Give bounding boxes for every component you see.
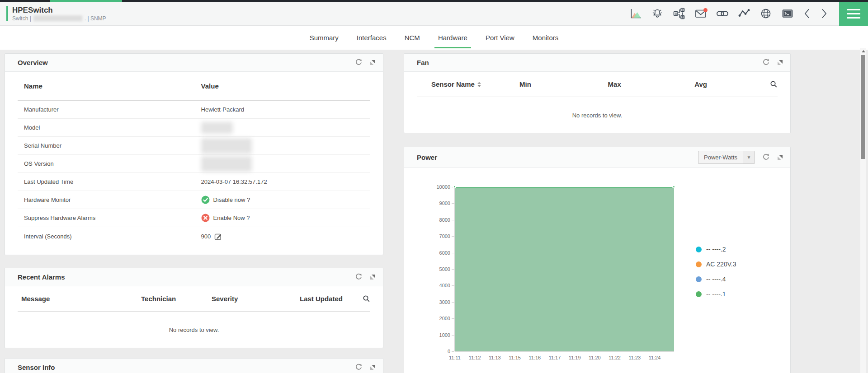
tab-ncm[interactable]: NCM (402, 26, 423, 50)
table-row: Model (18, 119, 370, 137)
column-avg: Avg (679, 80, 741, 88)
device-type-label: Switch | (12, 15, 31, 22)
fan-search-button[interactable] (755, 80, 778, 88)
table-row: Serial Number (18, 137, 370, 155)
scrollbar-up-arrow[interactable] (862, 50, 865, 52)
trend-pulse-icon (738, 8, 750, 19)
sensor-info-refresh-button[interactable] (355, 364, 363, 371)
web-globe-button[interactable] (760, 8, 772, 19)
table-row: Interval (Seconds) 900 (18, 227, 370, 245)
fan-refresh-button[interactable] (762, 59, 770, 66)
tab-monitors[interactable]: Monitors (530, 26, 561, 50)
y-tick (452, 351, 454, 352)
overview-refresh-button[interactable] (355, 59, 363, 66)
status-enabled-icon (201, 196, 210, 204)
device-title-wrap: HPESwitch Switch | . | SNMP (0, 2, 106, 25)
sort-toggle[interactable] (477, 82, 481, 87)
data-point (672, 185, 675, 188)
mail-icon (695, 8, 707, 19)
hardware-monitor-toggle-link[interactable]: Disable now ? (213, 196, 250, 203)
performance-chart-button[interactable] (630, 8, 642, 19)
sync-link-button[interactable] (717, 8, 728, 19)
tab-interfaces[interactable]: Interfaces (354, 26, 389, 50)
x-axis-label: 11:23 (625, 355, 645, 360)
previous-device-button[interactable] (801, 8, 813, 19)
power-metric-dropdown[interactable]: Power-Watts ▼ (698, 151, 755, 164)
legend-item[interactable]: -- ----.4 (696, 275, 736, 283)
recent-alarms-refresh-button[interactable] (355, 273, 363, 281)
recent-alarms-search-button[interactable] (363, 295, 370, 303)
suppress-alarms-toggle-link[interactable]: Enable Now ? (213, 214, 250, 221)
alarms-button[interactable] (651, 8, 663, 19)
table-row: Last Updated Time 2024-03-07 16:32:57.17… (18, 173, 370, 191)
power-refresh-button[interactable] (762, 154, 770, 161)
fan-title: Fan (417, 59, 429, 66)
title-accent-bar (6, 6, 8, 21)
overview-column-header: Name Value (18, 72, 370, 101)
data-point (453, 185, 456, 188)
x-axis-label: 11:17 (545, 355, 565, 360)
y-tick (452, 285, 454, 286)
y-axis-label: 4000 (427, 283, 450, 288)
y-axis-label: 0 (427, 349, 450, 354)
recent-alarms-panel: Recent Alarms (5, 268, 383, 348)
recent-alarms-title: Recent Alarms (18, 273, 65, 281)
workflow-button[interactable] (673, 8, 685, 19)
sensor-info-expand-button[interactable] (370, 364, 376, 370)
x-axis-label: 11:16 (525, 355, 545, 360)
expand-icon (777, 60, 783, 65)
device-tabbar: Summary Interfaces NCM Hardware Port Vie… (0, 26, 868, 50)
power-panel: Power Power-Watts ▼ (404, 147, 791, 373)
y-tick (452, 302, 454, 303)
x-axis-label: 11:13 (485, 355, 505, 360)
refresh-icon (762, 59, 770, 66)
x-axis-label: 11:24 (645, 355, 665, 360)
next-device-button[interactable] (818, 8, 830, 19)
recent-alarms-expand-button[interactable] (370, 274, 376, 280)
device-protocol-label: . | SNMP (85, 15, 106, 22)
y-axis-label: 9000 (427, 200, 450, 206)
tab-port-view[interactable]: Port View (483, 26, 517, 50)
power-expand-button[interactable] (777, 154, 783, 160)
x-axis-label: 11:20 (585, 355, 604, 360)
tab-hardware[interactable]: Hardware (435, 26, 470, 50)
legend-item[interactable]: AC 220V.3 (696, 261, 736, 268)
legend-dot-icon (696, 276, 702, 282)
overview-panel: Overview (5, 53, 383, 255)
edit-interval-button[interactable] (214, 233, 222, 240)
device-header: HPESwitch Switch | . | SNMP (0, 2, 868, 26)
x-axis-label: 11:11 (445, 355, 465, 360)
tab-summary[interactable]: Summary (307, 26, 341, 50)
series-area (455, 187, 674, 351)
column-severity: Severity (212, 295, 300, 303)
content-area: Overview (0, 50, 868, 373)
last-updated-value: 2024-03-07 16:32:57.172 (201, 178, 267, 185)
legend-item[interactable]: -- ----.1 (696, 290, 736, 298)
column-sensor-name: Sensor Name (431, 80, 475, 88)
power-chart: 0100020003000400050006000700080009000100… (404, 168, 790, 373)
expand-icon (370, 60, 376, 65)
terminal-button[interactable] (782, 8, 793, 19)
legend-item[interactable]: -- ----.2 (696, 246, 736, 253)
mail-notification-dot (703, 8, 708, 12)
y-axis-label: 6000 (427, 250, 450, 256)
column-message: Message (18, 295, 141, 303)
chain-link-icon (716, 8, 729, 19)
device-subtitle: Switch | . | SNMP (12, 15, 106, 22)
y-axis-label: 5000 (427, 266, 450, 272)
chevron-left-icon (804, 8, 810, 19)
y-tick (452, 269, 454, 270)
fan-expand-button[interactable] (777, 60, 783, 65)
screen: HPESwitch Switch | . | SNMP (0, 0, 868, 373)
main-menu-button[interactable] (839, 2, 868, 26)
table-row: Hardware Monitor Disable now ? (18, 191, 370, 209)
overview-expand-button[interactable] (370, 60, 376, 65)
recent-alarms-empty-text: No records to view. (5, 312, 383, 348)
mail-button[interactable] (695, 8, 707, 19)
power-metric-value: Power-Watts (698, 151, 743, 163)
redacted-model-value (201, 122, 233, 134)
trend-pulse-button[interactable] (738, 8, 750, 19)
x-axis-label: 11:22 (605, 355, 625, 360)
scrollbar-thumb[interactable] (861, 55, 865, 159)
page-scrollbar[interactable] (860, 48, 866, 373)
